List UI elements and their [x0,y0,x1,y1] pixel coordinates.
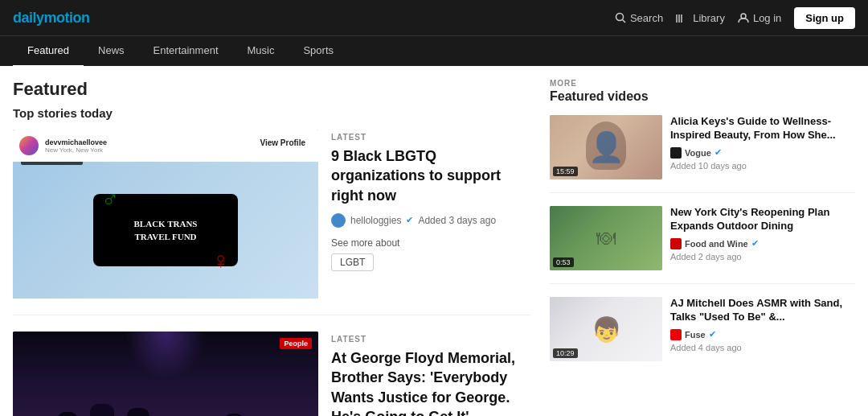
login-label: Log in [753,12,781,24]
search-label: Search [630,12,663,24]
cat-nav-featured[interactable]: Featured [13,36,84,67]
logo-daily: daily [13,10,44,26]
video-2-dining-icon: 🍽 [596,227,616,249]
story-2-headline[interactable]: At George Floyd Memorial, Brother Says: … [331,348,530,416]
video-3-title: AJ Mitchell Does ASMR with Sand, Talks "… [670,297,855,324]
user-icon [738,12,749,23]
story-1-avatar [331,213,346,228]
cat-nav-news[interactable]: News [84,36,139,67]
category-navigation: Featured News Entertainment Music Sports [0,35,868,66]
login-button[interactable]: Log in [738,12,781,24]
story-1-author: hellologgies [350,215,401,226]
video-item-2[interactable]: 🍽 0:53 New York City's Reopening Plan Ex… [550,206,855,284]
story-card-2: 1:25 People LATEST At George Floyd Memor… [13,332,530,416]
svg-point-0 [616,14,623,21]
video-3-person-icon: 👦 [592,315,621,344]
story-2-latest-label: LATEST [331,335,530,344]
svg-point-5 [741,14,746,19]
silhouette-3 [90,404,114,416]
video-1-info: Alicia Keys's Guide to Wellness-Inspired… [670,115,855,179]
story-1-verified-icon: ✔ [406,215,413,225]
video-2-added: Added 2 days ago [670,252,855,262]
bttf-sign: ♂ ♀ BLACK TRANSTRAVEL FUND [93,194,238,266]
cat-nav-entertainment[interactable]: Entertainment [139,36,233,67]
video-3-channel: Fuse ✔ [670,329,855,340]
story-1-headline[interactable]: 9 Black LBGTQ organizations to support r… [331,146,530,205]
silhouette-2 [57,412,78,416]
library-button[interactable]: Library [676,12,725,24]
more-label: MORE [550,79,855,88]
right-column: MORE Featured videos 👤 15:59 Alicia Keys… [550,79,855,416]
video-2-verified: ✔ [751,238,759,249]
video-1-channel: Vogue ✔ [670,147,855,159]
video-2-channel: Food and Wine ✔ [670,238,855,249]
silhouette-4 [127,408,149,416]
logo[interactable]: dailymotion [13,10,90,27]
story-1-info: LATEST 9 Black LBGTQ organizations to su… [331,130,530,299]
signup-button[interactable]: Sign up [794,7,855,29]
library-icon [676,12,689,23]
story-1-added: Added 3 days ago [418,215,496,226]
video-2-duration: 0:53 [553,257,574,267]
logo-motion: motion [44,10,90,26]
svg-line-1 [622,20,625,23]
library-label: Library [693,12,725,24]
story-1-see-more: See more about [331,237,530,249]
story-1-thumbnail[interactable]: devvmichaellovee New York, New York View… [13,130,318,299]
video-2-channel-name: Food and Wine [685,239,748,249]
featured-videos-title: Featured videos [550,89,855,104]
video-3-thumbnail[interactable]: 👦 10:29 [550,297,662,361]
story-2-info: LATEST At George Floyd Memorial, Brother… [331,332,530,416]
video-3-channel-name: Fuse [685,330,706,340]
search-icon [615,12,626,23]
stage-light [125,332,206,380]
video-item-3[interactable]: 👦 10:29 AJ Mitchell Does ASMR with Sand,… [550,297,855,374]
story-1-tag[interactable]: LGBT [331,253,374,271]
story-1-latest-label: LATEST [331,133,530,142]
story-2-logo: People [280,338,312,349]
story-1-meta: hellologgies ✔ Added 3 days ago [331,213,530,228]
video-1-verified: ✔ [714,147,722,158]
cat-nav-sports[interactable]: Sports [289,36,348,67]
search-button[interactable]: Search [615,12,663,24]
video-1-title: Alicia Keys's Guide to Wellness-Inspired… [670,115,855,142]
story-2-thumbnail[interactable]: 1:25 People [13,332,318,416]
video-1-added: Added 10 days ago [670,161,855,171]
top-navigation: dailymotion Search Library Log in Sig [0,0,868,35]
fuse-icon [670,329,682,340]
vogue-icon [670,147,682,159]
video-2-title: New York City's Reopening Plan Expands O… [670,206,855,233]
video-1-thumbnail[interactable]: 👤 15:59 [550,115,662,179]
video-3-verified: ✔ [709,329,716,340]
page-title: Featured [13,79,530,100]
video-1-duration: 15:59 [553,167,578,176]
main-wrapper: Featured Top stories today devvmichaello… [0,66,868,416]
page-content: Featured Top stories today devvmichaello… [0,66,868,416]
nav-actions: Search Library Log in Sign up [615,7,855,29]
food-wine-icon [670,238,682,249]
video-3-added: Added 4 days ago [670,343,855,352]
story-2-thumb-inner [13,332,318,416]
left-column: Featured Top stories today devvmichaello… [13,79,530,416]
view-profile-button[interactable]: View Profile [253,136,312,150]
story-1-thumb-inner: devvmichaellovee New York, New York View… [13,130,318,299]
video-3-info: AJ Mitchell Does ASMR with Sand, Talks "… [670,297,855,361]
video-3-duration: 10:29 [553,348,578,358]
story-card-1: devvmichaellovee New York, New York View… [13,130,530,315]
video-2-thumbnail[interactable]: 🍽 0:53 [550,206,662,270]
section-title: Top stories today [13,106,530,120]
insta-username: devvmichaellovee New York, New York [45,138,107,154]
insta-avatar [19,136,39,155]
video-item-1[interactable]: 👤 15:59 Alicia Keys's Guide to Wellness-… [550,115,855,193]
video-2-info: New York City's Reopening Plan Expands O… [670,206,855,270]
video-1-channel-name: Vogue [685,148,711,158]
bttf-text: BLACK TRANSTRAVEL FUND [134,217,198,244]
cat-nav-music[interactable]: Music [233,36,289,67]
